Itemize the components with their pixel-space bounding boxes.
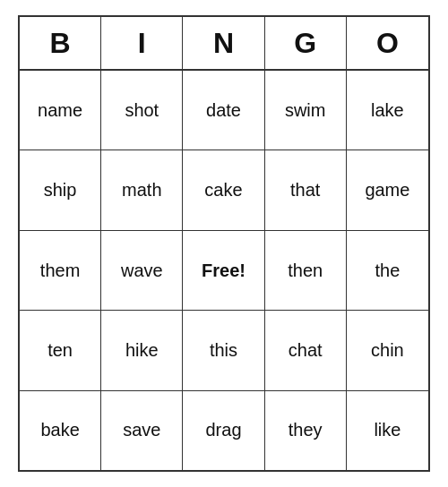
bingo-cell: chin: [347, 311, 428, 389]
bingo-cell: that: [265, 150, 347, 229]
bingo-cell: them: [20, 231, 101, 310]
bingo-cell: save: [101, 391, 183, 470]
bingo-row: tenhikethischatchin: [20, 311, 428, 390]
bingo-header-cell: N: [183, 17, 264, 69]
bingo-cell: math: [101, 150, 183, 229]
bingo-cell: date: [183, 71, 264, 150]
bingo-cell: chat: [265, 311, 347, 389]
bingo-cell: ten: [20, 311, 101, 389]
bingo-cell: game: [347, 150, 428, 229]
bingo-cell: cake: [183, 150, 264, 229]
bingo-cell: bake: [20, 391, 101, 470]
bingo-cell: this: [183, 311, 264, 389]
bingo-row: nameshotdateswimlake: [20, 71, 428, 150]
bingo-row: shipmathcakethatgame: [20, 150, 428, 230]
bingo-cell: wave: [101, 231, 183, 310]
bingo-header-cell: O: [347, 17, 428, 69]
bingo-header: BINGO: [20, 17, 428, 71]
bingo-body: nameshotdateswimlakeshipmathcakethatgame…: [20, 71, 428, 470]
bingo-cell: the: [347, 231, 428, 310]
bingo-cell: then: [265, 231, 347, 310]
bingo-cell: shot: [101, 71, 183, 150]
bingo-cell: like: [347, 391, 428, 470]
bingo-cell: hike: [101, 311, 183, 389]
bingo-cell: name: [20, 71, 101, 150]
bingo-cell: lake: [347, 71, 428, 150]
bingo-header-cell: B: [20, 17, 101, 69]
bingo-cell: ship: [20, 150, 101, 229]
bingo-cell: swim: [265, 71, 347, 150]
bingo-header-cell: I: [101, 17, 183, 69]
bingo-cell: drag: [183, 391, 264, 470]
bingo-row: themwaveFree!thenthe: [20, 231, 428, 311]
bingo-row: bakesavedragtheylike: [20, 391, 428, 470]
bingo-cell: Free!: [183, 231, 264, 310]
bingo-header-cell: G: [265, 17, 347, 69]
bingo-cell: they: [265, 391, 347, 470]
bingo-card: BINGO nameshotdateswimlakeshipmathcaketh…: [18, 15, 430, 472]
